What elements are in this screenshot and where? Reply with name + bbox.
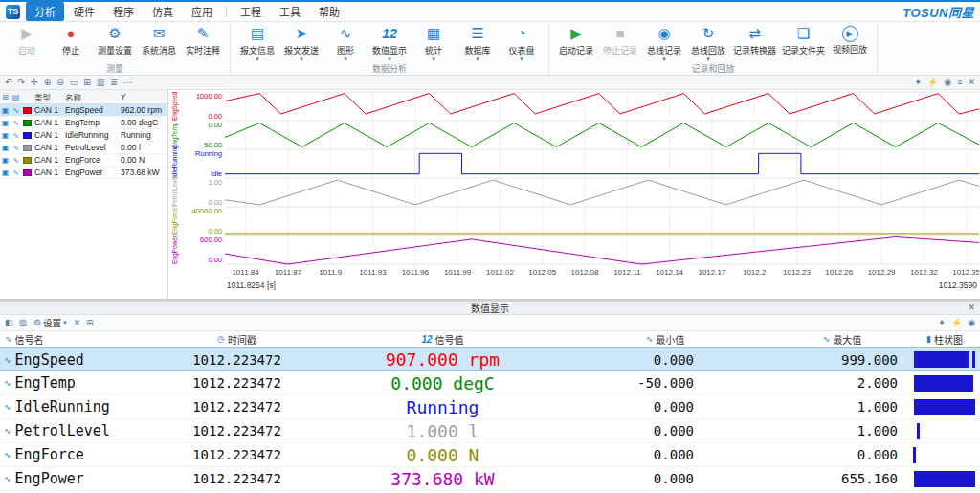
plot-svg[interactable]: 1011.841011.871011.91011.931011.961011.9… bbox=[225, 90, 979, 295]
layout-icon[interactable]: ▤ bbox=[11, 93, 21, 101]
plus-icon[interactable]: ⊕ bbox=[44, 76, 52, 89]
ribbon-button-停止记录[interactable]: ■停止记录 bbox=[598, 23, 642, 56]
column-header-时间戳[interactable]: ◷时间戳 bbox=[144, 331, 330, 347]
ribbon-button-报文信息[interactable]: ▤报文信息▾ bbox=[235, 23, 279, 62]
ribbon-button-实时注释[interactable]: ✎实时注释 bbox=[181, 23, 225, 56]
more-icon[interactable]: ⋯ bbox=[123, 76, 132, 89]
app-window: TS 分析硬件程序仿真应用工程工具帮助 TOSUN同星 ▶启动●停止⚙测量设置✉… bbox=[0, 0, 980, 493]
layout-icon[interactable]: ▥ bbox=[19, 316, 28, 329]
close-icon[interactable]: ✕ bbox=[968, 76, 975, 89]
ribbon-button-系统消息[interactable]: ✉系统消息 bbox=[137, 23, 181, 56]
numeric-row-PetrolLevel[interactable]: ∿PetrolLevel1012.2234721.000 l0.0001.000 bbox=[0, 419, 980, 443]
menu-item-应用[interactable]: 应用 bbox=[183, 2, 221, 21]
color-swatch bbox=[23, 107, 32, 114]
menu-icon[interactable]: ≡ bbox=[957, 76, 962, 89]
grid-icon[interactable]: ⊞ bbox=[0, 93, 11, 101]
plot-rotated-names: EngSpeedEngTempIdleRunningPetrolLevelEng… bbox=[168, 90, 181, 299]
settings-button[interactable]: ⚙ 设置 ▾ bbox=[33, 316, 67, 329]
numeric-row-EngForce[interactable]: ∿EngForce1012.2234720.000 N0.0000.000 bbox=[0, 443, 980, 467]
ribbon-button-视频回放[interactable]: ▶视频回放 bbox=[828, 23, 872, 56]
numeric-header: ∿信号名◷时间戳12信号值∿最小值∿最大值▮柱状图 bbox=[0, 331, 980, 347]
ribbon-button-停止[interactable]: ●停止 bbox=[49, 23, 93, 56]
camera-icon[interactable]: ◉ bbox=[944, 76, 951, 89]
ribbon-button-测量设置[interactable]: ⚙测量设置 bbox=[93, 23, 137, 56]
column-header-最大值[interactable]: ∿最大值 bbox=[775, 331, 909, 347]
ribbon-button-图形[interactable]: ∿图形▾ bbox=[323, 23, 368, 62]
menu-item-帮助[interactable]: 帮助 bbox=[310, 2, 348, 21]
signal-row-EngPower[interactable]: ▣∿CAN 1EngPower373.68 kW bbox=[0, 167, 167, 179]
grid-icon[interactable]: ⊞ bbox=[86, 316, 94, 329]
signal-row-EngTemp[interactable]: ▣∿CAN 1EngTemp0.00 degC bbox=[0, 117, 167, 129]
crosshair-icon[interactable]: ✛ bbox=[31, 76, 38, 89]
ribbon-button-仪表盘[interactable]: ◔仪表盘▾ bbox=[500, 23, 544, 62]
redo-icon[interactable]: ↷ bbox=[18, 76, 26, 89]
ribbon-button-统计[interactable]: ▦统计▾ bbox=[412, 23, 456, 62]
column-header-最小值[interactable]: ∿最小值 bbox=[555, 331, 775, 347]
checkbox-icon[interactable]: ▣ bbox=[0, 131, 11, 140]
plot-area[interactable]: EngSpeedEngTempIdleRunningPetrolLevelEng… bbox=[168, 90, 980, 299]
numeric-row-EngTemp[interactable]: ∿EngTemp1012.2234720.000 degC-50.0002.00… bbox=[0, 371, 980, 395]
menu-item-仿真[interactable]: 仿真 bbox=[144, 2, 182, 21]
convert-icon: ⇄ bbox=[748, 24, 761, 43]
checkbox-icon[interactable]: ▣ bbox=[0, 168, 11, 177]
magic-icon[interactable]: ✦ bbox=[915, 76, 923, 89]
signal-row-PetrolLevel[interactable]: ▣∿CAN 1PetrolLevel0.00 l bbox=[0, 142, 167, 154]
close-icon[interactable]: ✕ bbox=[968, 303, 975, 312]
menu-item-硬件[interactable]: 硬件 bbox=[65, 2, 103, 21]
stats-icon: ▦ bbox=[427, 24, 440, 43]
close-icon[interactable]: ✕ bbox=[74, 316, 81, 329]
min-value-cell: 0.000 bbox=[555, 399, 775, 415]
column-header-type[interactable]: 类型 bbox=[33, 91, 65, 102]
checkbox-icon[interactable]: ▣ bbox=[0, 106, 11, 115]
scale-min-EngTemp: -50.00 bbox=[202, 141, 222, 149]
column-header-name[interactable]: 名称 bbox=[65, 91, 121, 102]
checkbox-icon[interactable]: ▣ bbox=[0, 119, 11, 127]
camera-icon[interactable]: ◉ bbox=[968, 316, 975, 329]
lines-icon[interactable]: ≣ bbox=[110, 76, 118, 89]
menu-item-工程[interactable]: 工程 bbox=[232, 2, 270, 21]
undo-icon[interactable]: ↶ bbox=[5, 76, 12, 89]
ribbon-button-启动[interactable]: ▶启动 bbox=[5, 23, 49, 56]
minus-icon[interactable]: ⊖ bbox=[56, 76, 64, 89]
checkbox-icon[interactable]: ▣ bbox=[0, 144, 11, 152]
menu-item-工具[interactable]: 工具 bbox=[271, 2, 309, 21]
ribbon-button-启动记录[interactable]: ▶启动记录 bbox=[554, 23, 598, 56]
signal-row-IdleRunning[interactable]: ▣∿CAN 1IdleRunningRunning bbox=[0, 129, 167, 142]
checkbox-icon[interactable]: ▣ bbox=[0, 156, 11, 165]
ribbon-button-数值显示[interactable]: 12数值显示▾ bbox=[368, 23, 412, 62]
bar-chart bbox=[914, 471, 975, 487]
ribbon-button-记录转换器[interactable]: ⇄记录转换器 bbox=[730, 23, 779, 56]
panel-icon[interactable]: ◧ bbox=[5, 316, 13, 329]
column-header-柱状图[interactable]: ▮柱状图 bbox=[909, 331, 980, 347]
app-logo-icon[interactable]: TS bbox=[6, 5, 20, 19]
flash-icon[interactable]: ⚡ bbox=[951, 316, 962, 329]
grid-icon[interactable]: ⊞ bbox=[83, 76, 91, 89]
signal-y-value: 0.00 l bbox=[121, 143, 167, 152]
signal-icon: ∿ bbox=[5, 334, 12, 344]
ribbon-button-总线记录[interactable]: ◉总线记录▾ bbox=[642, 23, 686, 62]
column-header-信号值[interactable]: 12信号值 bbox=[330, 331, 555, 347]
ribbon-button-数据库[interactable]: ☰数据库▾ bbox=[456, 23, 500, 62]
bar-chart bbox=[914, 447, 975, 463]
ribbon-button-label: 记录文件夹 bbox=[782, 44, 825, 56]
numeric-row-EngSpeed[interactable]: ∿EngSpeed1012.223472907.000 rpm0.000999.… bbox=[0, 347, 980, 371]
axis-name-PetrolLevel: PetrolLevel bbox=[168, 178, 181, 207]
rect-icon[interactable]: ▭ bbox=[70, 76, 78, 89]
signal-row-EngSpeed[interactable]: ▣∿CAN 1EngSpeed962.00 rpm bbox=[0, 104, 167, 117]
min-value-cell: 0.000 bbox=[555, 471, 775, 486]
magic-icon[interactable]: ✦ bbox=[938, 316, 946, 329]
column-header-信号名[interactable]: ∿信号名 bbox=[0, 331, 144, 347]
menu-item-程序[interactable]: 程序 bbox=[104, 2, 143, 21]
timestamp-cell: 1012.223472 bbox=[144, 471, 330, 486]
numeric-row-IdleRunning[interactable]: ∿IdleRunning1012.223472Running0.0001.000 bbox=[0, 395, 980, 419]
flash-icon[interactable]: ⚡ bbox=[927, 76, 938, 89]
numeric-row-EngPower[interactable]: ∿EngPower1012.223472373.680 kW0.000655.1… bbox=[0, 467, 980, 491]
ribbon-button-总线回放[interactable]: ↻总线回放▾ bbox=[686, 23, 730, 62]
layout-icon[interactable]: ▥ bbox=[97, 76, 105, 89]
column-header-y[interactable]: Y bbox=[121, 92, 167, 101]
signal-row-EngForce[interactable]: ▣∿CAN 1EngForce0.00 N bbox=[0, 154, 167, 167]
signal-value-cell: Running bbox=[330, 397, 555, 417]
menu-item-分析[interactable]: 分析 bbox=[26, 2, 64, 21]
ribbon-button-报文发送[interactable]: ➤报文发送▾ bbox=[279, 23, 323, 62]
ribbon-button-记录文件夹[interactable]: ❏记录文件夹 bbox=[779, 23, 828, 56]
